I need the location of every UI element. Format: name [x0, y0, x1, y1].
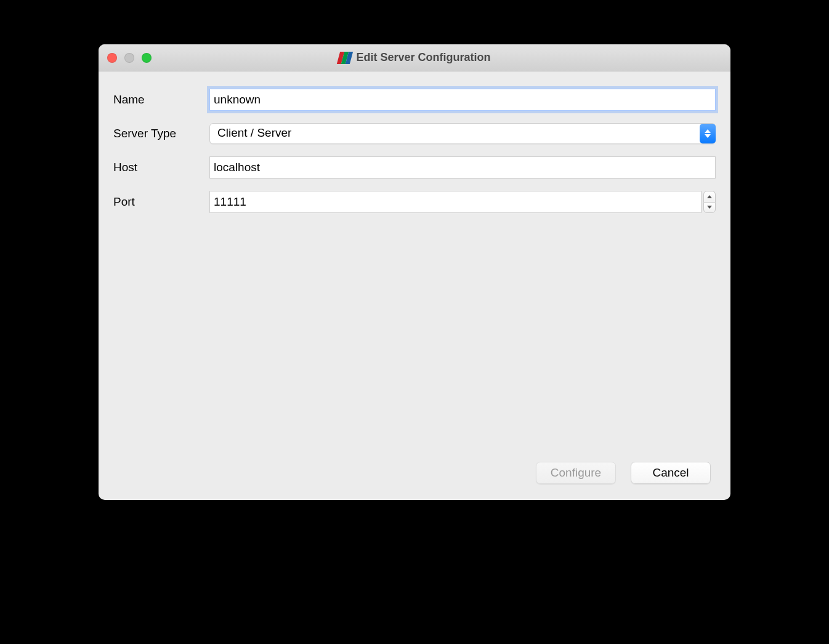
titlebar: Edit Server Configuration [99, 44, 730, 71]
close-window-button[interactable] [107, 53, 117, 63]
port-label: Port [113, 195, 209, 209]
host-row: Host [113, 156, 716, 179]
maximize-window-button[interactable] [142, 53, 152, 63]
port-stepper [703, 191, 716, 213]
spacer [113, 225, 716, 458]
title-group: Edit Server Configuration [338, 51, 490, 64]
minimize-window-button[interactable] [124, 53, 134, 63]
cancel-button[interactable]: Cancel [631, 462, 711, 484]
chevron-down-icon [707, 206, 712, 209]
server-type-label: Server Type [113, 127, 209, 140]
configure-button[interactable]: Configure [536, 462, 616, 484]
port-step-up-button[interactable] [703, 191, 716, 202]
server-type-select[interactable]: Client / Server [209, 123, 716, 144]
port-input[interactable] [209, 191, 702, 213]
port-spinner [209, 191, 716, 213]
port-step-down-button[interactable] [703, 202, 716, 214]
host-label: Host [113, 161, 209, 174]
window-title: Edit Server Configuration [356, 51, 490, 64]
dialog-window: Edit Server Configuration Name Server Ty… [99, 44, 730, 500]
button-row: Configure Cancel [113, 458, 716, 488]
port-row: Port [113, 191, 716, 213]
server-type-select-wrap: Client / Server [209, 123, 716, 144]
name-label: Name [113, 93, 209, 107]
chevron-up-icon [707, 195, 712, 198]
name-row: Name [113, 89, 716, 111]
dialog-content: Name Server Type Client / Server Host Po… [99, 71, 730, 500]
host-input[interactable] [209, 156, 716, 179]
paraview-icon [338, 52, 351, 64]
name-input[interactable] [209, 89, 716, 111]
window-controls [107, 53, 152, 63]
server-type-row: Server Type Client / Server [113, 123, 716, 144]
